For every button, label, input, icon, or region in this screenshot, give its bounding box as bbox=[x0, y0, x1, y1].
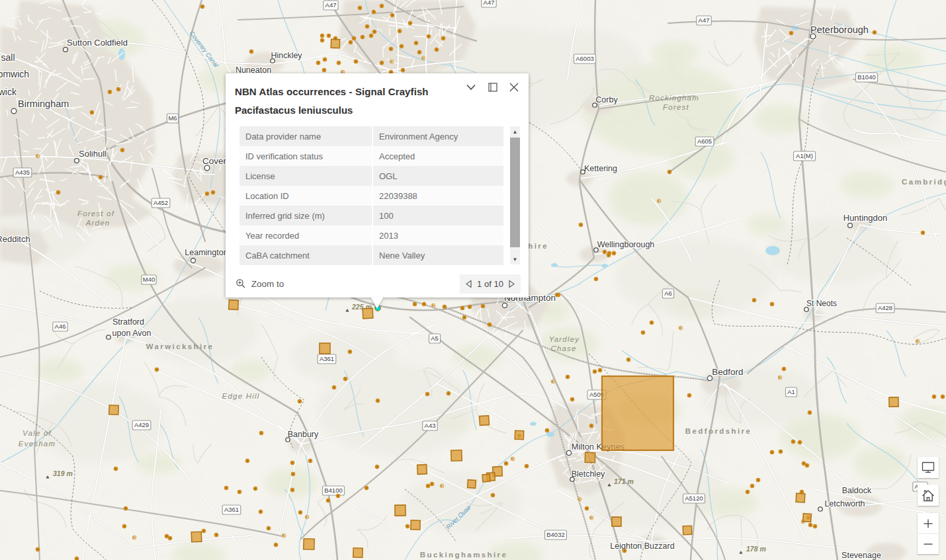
svg-text:A6: A6 bbox=[664, 290, 672, 297]
svg-text:thwick: thwick bbox=[0, 87, 17, 97]
svg-text:Solihull: Solihull bbox=[79, 149, 107, 159]
svg-text:Bedford: Bedford bbox=[712, 367, 743, 377]
svg-text:Bedfordshire: Bedfordshire bbox=[685, 427, 752, 435]
svg-text:M40: M40 bbox=[143, 276, 155, 283]
svg-text:Sutton Coldfield: Sutton Coldfield bbox=[67, 38, 128, 48]
svg-text:A435: A435 bbox=[15, 169, 30, 176]
svg-text:A47: A47 bbox=[325, 1, 337, 9]
svg-text:Evesham: Evesham bbox=[19, 440, 56, 448]
svg-text:A5120: A5120 bbox=[685, 495, 703, 502]
svg-text:B4032: B4032 bbox=[546, 531, 564, 538]
svg-text:Stevenage: Stevenage bbox=[841, 551, 881, 560]
svg-text:Vale of: Vale of bbox=[22, 429, 52, 437]
svg-text:St Neots: St Neots bbox=[806, 299, 837, 308]
svg-text:Leamington: Leamington bbox=[185, 248, 228, 257]
svg-text:A361: A361 bbox=[320, 355, 334, 362]
svg-text:Cambridgeshire: Cambridgeshire bbox=[902, 178, 946, 186]
svg-text:B4100: B4100 bbox=[324, 487, 342, 494]
svg-text:Kettering: Kettering bbox=[584, 164, 617, 173]
svg-text:Letchworth: Letchworth bbox=[824, 499, 865, 508]
svg-text:A5: A5 bbox=[431, 335, 439, 342]
svg-text:A429: A429 bbox=[134, 421, 149, 428]
svg-text:Warwickshire: Warwickshire bbox=[146, 342, 214, 350]
svg-text:Edge Hill: Edge Hill bbox=[222, 392, 260, 400]
svg-text:A1: A1 bbox=[787, 388, 795, 395]
svg-text:171 m: 171 m bbox=[614, 477, 634, 485]
svg-text:319 m: 319 m bbox=[53, 469, 73, 477]
svg-text:Corby: Corby bbox=[595, 95, 618, 104]
svg-text:A428: A428 bbox=[878, 304, 892, 311]
svg-text:Redditch: Redditch bbox=[0, 234, 30, 244]
svg-text:A46: A46 bbox=[55, 323, 66, 330]
svg-text:A1(M): A1(M) bbox=[796, 152, 813, 159]
svg-text:A361: A361 bbox=[224, 506, 239, 513]
svg-text:Hinckley: Hinckley bbox=[271, 51, 302, 60]
svg-text:Forest of: Forest of bbox=[77, 210, 115, 218]
svg-text:A605: A605 bbox=[697, 138, 712, 145]
svg-text:upon Avon: upon Avon bbox=[112, 329, 151, 338]
svg-text:B1040: B1040 bbox=[857, 73, 875, 81]
svg-text:Baldock: Baldock bbox=[842, 486, 872, 495]
svg-text:Forest: Forest bbox=[663, 103, 689, 111]
svg-text:Arden: Arden bbox=[85, 219, 110, 227]
svg-text:romwich: romwich bbox=[0, 69, 29, 79]
svg-text:sall: sall bbox=[1, 52, 15, 63]
svg-text:A43: A43 bbox=[425, 422, 436, 429]
svg-text:Chase: Chase bbox=[550, 344, 576, 352]
svg-text:Huntingdon: Huntingdon bbox=[843, 213, 888, 223]
svg-text:Banbury: Banbury bbox=[288, 430, 319, 439]
svg-text:Buckinghamshire: Buckinghamshire bbox=[420, 551, 508, 559]
svg-text:Yardley: Yardley bbox=[549, 335, 580, 343]
svg-text:A47: A47 bbox=[699, 17, 710, 24]
svg-text:Rockingham: Rockingham bbox=[649, 94, 699, 102]
svg-text:A47: A47 bbox=[484, 0, 495, 6]
svg-text:178 m: 178 m bbox=[746, 545, 766, 553]
svg-text:Birmingham: Birmingham bbox=[18, 99, 69, 109]
svg-text:A6003: A6003 bbox=[576, 55, 593, 62]
svg-text:Leighton Buzzard: Leighton Buzzard bbox=[610, 541, 674, 551]
svg-text:Bletchley: Bletchley bbox=[572, 469, 605, 479]
svg-text:Wellingborough: Wellingborough bbox=[597, 240, 655, 249]
svg-text:M6: M6 bbox=[168, 114, 177, 122]
svg-text:Stratford: Stratford bbox=[112, 317, 144, 327]
svg-text:Peterborough: Peterborough bbox=[810, 24, 869, 35]
svg-text:A452: A452 bbox=[153, 199, 168, 206]
